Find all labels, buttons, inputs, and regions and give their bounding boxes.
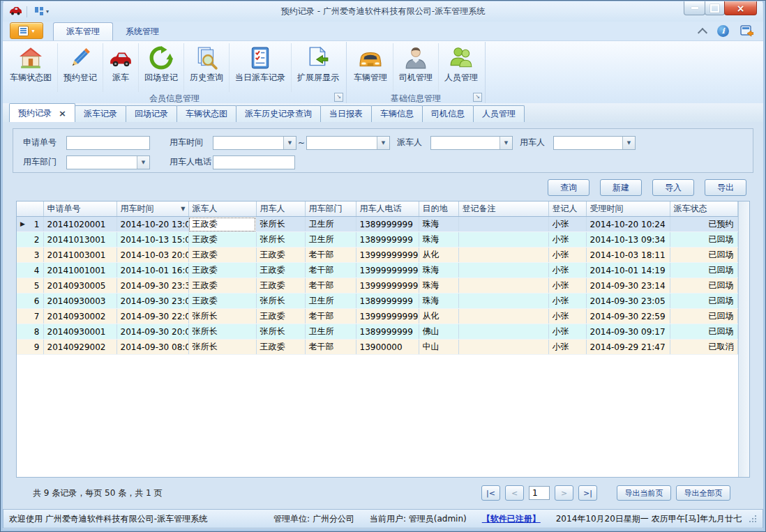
table-cell[interactable]: 1389999999 (356, 294, 419, 309)
column-header[interactable]: 派车人 (188, 202, 256, 217)
table-cell[interactable]: 13999999999 (356, 309, 419, 324)
collapse-ribbon-icon[interactable] (698, 27, 707, 37)
table-cell[interactable]: 小张 (548, 294, 586, 309)
table-cell[interactable]: 卫生所 (305, 232, 356, 248)
row-header[interactable]: ▶1 (17, 217, 43, 232)
table-cell[interactable]: 2014-10-03 20:00 (117, 248, 188, 263)
chevron-down-icon[interactable]: ▼ (137, 156, 149, 169)
row-header[interactable]: 8 (17, 324, 43, 340)
table-cell[interactable]: 卫生所 (305, 294, 356, 309)
table-cell[interactable]: 老干部 (305, 248, 356, 263)
table-cell[interactable]: 13999999999 (356, 248, 419, 263)
column-header[interactable]: 用车时间▼ (117, 202, 188, 217)
table-cell[interactable]: 老干部 (305, 340, 356, 355)
table-cell[interactable]: 小张 (548, 309, 586, 324)
column-filter-arrow-icon[interactable]: ▼ (181, 206, 185, 212)
tab-close-icon[interactable]: × (59, 109, 66, 118)
table-cell[interactable]: 1389999999 (356, 217, 419, 232)
minimize-button[interactable] (684, 1, 705, 15)
export-current-page-button[interactable]: 导出当前页 (617, 485, 671, 501)
table-cell[interactable]: 小张 (548, 248, 586, 263)
table-cell[interactable]: 张所长 (188, 309, 256, 324)
table-row[interactable]: 5201409300052014-09-30 23:30王政委王政委老干部139… (17, 278, 737, 294)
table-cell[interactable]: 2014-09-30 22:00 (117, 309, 188, 324)
table-cell[interactable]: 20141001001 (43, 263, 117, 278)
table-cell[interactable]: 2014-10-01 16:00 (117, 263, 188, 278)
doc-tab-dispatch-history-query[interactable]: 派车历史记录查询 (236, 105, 321, 122)
table-cell[interactable] (458, 248, 548, 263)
apply-no-input[interactable] (66, 136, 150, 150)
table-cell[interactable]: 王政委 (256, 340, 305, 355)
table-cell[interactable]: 张所长 (256, 217, 305, 232)
table-cell[interactable]: 13900000 (356, 340, 419, 355)
table-cell[interactable]: 小张 (548, 278, 586, 294)
table-cell[interactable]: 老干部 (305, 309, 356, 324)
dispatcher-combo[interactable]: ▼ (430, 136, 513, 150)
doc-tab-vehicle-status-map[interactable]: 车辆状态图 (177, 105, 236, 122)
export-button[interactable]: 导出 (705, 179, 746, 196)
table-cell[interactable]: 2014-09-30 23:30 (117, 278, 188, 294)
row-header[interactable]: 2 (17, 232, 43, 248)
prev-page-button[interactable]: < (505, 485, 524, 501)
department-combo[interactable]: ▼ (66, 155, 150, 169)
table-cell[interactable]: 已预约 (670, 217, 737, 232)
column-header[interactable]: 用车部门 (305, 202, 356, 217)
table-cell[interactable]: 珠海 (419, 217, 458, 232)
table-cell[interactable]: 2014-09-30 23:00 (117, 294, 188, 309)
create-button[interactable]: 新建 (600, 179, 642, 196)
table-cell[interactable]: 13999999999 (356, 278, 419, 294)
ribbon-button-history-query[interactable]: 历史查询 (183, 43, 229, 92)
column-header[interactable]: 申请单号 (43, 202, 117, 217)
table-cell[interactable]: 王政委 (188, 248, 256, 263)
chevron-down-icon[interactable]: ▼ (500, 137, 512, 149)
doc-tab-dispatch-records[interactable]: 派车记录 (75, 105, 126, 122)
ribbon-button-personnel-manage[interactable]: 人员管理 (438, 43, 483, 92)
column-header[interactable]: 登记人 (548, 202, 586, 217)
table-cell[interactable]: 已回场 (670, 248, 737, 263)
ribbon-button-dispatch[interactable]: 派车 (103, 43, 138, 92)
table-cell[interactable]: 已回场 (670, 309, 737, 324)
table-cell[interactable]: 20141020001 (43, 217, 117, 232)
table-cell[interactable]: 2014-09-30 23:05 (586, 294, 670, 309)
row-header[interactable]: 4 (17, 263, 43, 278)
import-button[interactable]: 导入 (652, 179, 694, 196)
table-cell[interactable]: 小张 (548, 340, 586, 355)
dialog-launcher-icon[interactable]: ↘ (473, 93, 482, 102)
last-page-button[interactable]: >| (578, 485, 597, 501)
chevron-down-icon[interactable]: ▼ (622, 137, 635, 149)
ribbon-button-reserve-register[interactable]: 预约登记 (57, 43, 103, 92)
use-time-to-combo[interactable]: ▼ (306, 136, 390, 150)
table-row[interactable]: 8201409300012014-09-30 20:00张所长张所长卫生所138… (17, 324, 737, 340)
table-cell[interactable]: 2014-09-30 09:17 (586, 324, 670, 340)
table-row[interactable]: 9201409290022014-09-30 08:00张所长王政委老干部139… (17, 340, 737, 355)
table-cell[interactable]: 张所长 (256, 324, 305, 340)
row-header[interactable]: 3 (17, 248, 43, 263)
table-cell[interactable]: 已回场 (670, 294, 737, 309)
app-menu-button[interactable]: ▾ (10, 22, 43, 39)
chevron-down-icon[interactable]: ▼ (283, 137, 296, 149)
page-number-input[interactable] (529, 486, 550, 500)
table-cell[interactable]: 20140929002 (43, 340, 117, 355)
doc-tab-daily-report[interactable]: 当日报表 (320, 105, 372, 122)
table-cell[interactable] (458, 278, 548, 294)
table-cell[interactable]: 王政委 (256, 248, 305, 263)
column-header[interactable] (17, 202, 43, 217)
table-cell[interactable]: 小张 (548, 263, 586, 278)
chevron-down-icon[interactable]: ▼ (377, 137, 389, 149)
table-cell[interactable]: 从化 (419, 309, 458, 324)
table-cell[interactable]: 王政委 (188, 278, 256, 294)
column-header[interactable]: 登记备注 (458, 202, 548, 217)
table-cell[interactable]: 1389999999 (356, 324, 419, 340)
table-cell[interactable] (458, 294, 548, 309)
table-cell[interactable]: 王政委 (188, 232, 256, 248)
row-header[interactable]: 9 (17, 340, 43, 355)
ribbon-tab-dispatch[interactable]: 派车管理 (53, 22, 113, 40)
row-header[interactable]: 7 (17, 309, 43, 324)
table-cell[interactable]: 珠海 (419, 294, 458, 309)
table-row[interactable]: 6201409300032014-09-30 23:00王政委张所长卫生所138… (17, 294, 737, 309)
ribbon-tab-system[interactable]: 系统管理 (113, 23, 172, 40)
table-cell[interactable]: 老干部 (305, 263, 356, 278)
qat-layout-button[interactable]: ▾ (32, 6, 52, 17)
query-button[interactable]: 查询 (548, 179, 589, 196)
table-cell[interactable]: 王政委 (256, 309, 305, 324)
